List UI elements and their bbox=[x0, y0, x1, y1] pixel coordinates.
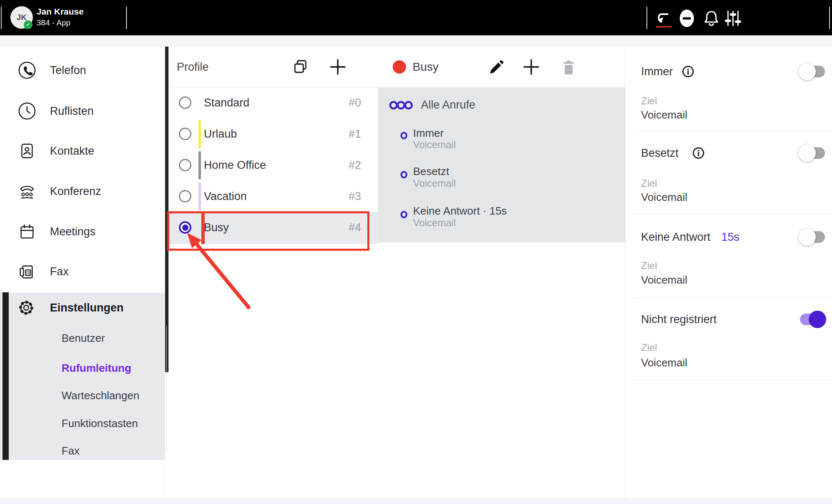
profiles-title: Profile bbox=[177, 47, 209, 87]
sidebar-item-label: Konferenz bbox=[50, 178, 101, 205]
profile-color-dot bbox=[393, 60, 406, 74]
sidebar-item-label: Ruflisten bbox=[50, 97, 94, 125]
edit-pencil-icon[interactable] bbox=[487, 58, 505, 76]
profile-name: Urlaub bbox=[204, 119, 237, 150]
gear-icon bbox=[17, 298, 36, 317]
rule-title: Keine Antwort · 15s bbox=[413, 205, 507, 217]
toggle-knob bbox=[809, 311, 826, 328]
all-calls-row[interactable]: Alle Anrufe bbox=[378, 87, 626, 122]
subitem-label: Warteschlangen bbox=[62, 388, 139, 403]
header-right-edge bbox=[829, 7, 830, 29]
toggle-nicht-registriert[interactable] bbox=[800, 314, 825, 325]
toggle-knob bbox=[798, 144, 816, 162]
info-icon[interactable] bbox=[692, 147, 705, 159]
sidebar-item-kontakte[interactable]: Kontakte bbox=[0, 137, 165, 165]
sidebar-subitem-rufumleitung[interactable]: Rufumleitung bbox=[0, 361, 165, 376]
profile-number: #0 bbox=[349, 87, 361, 119]
profile-row-standard[interactable]: Standard #0 bbox=[168, 87, 378, 119]
add-rule-icon[interactable] bbox=[522, 58, 540, 76]
section-divider bbox=[633, 214, 832, 215]
timeout-value[interactable]: 15s bbox=[721, 231, 740, 243]
toggle-knob bbox=[798, 63, 816, 80]
subitem-label: Fax bbox=[62, 443, 79, 458]
all-calls-rings-icon bbox=[389, 101, 415, 110]
profile-color-bar bbox=[198, 183, 201, 210]
rule-target: Voicemail bbox=[413, 178, 456, 189]
notifications-bell-icon[interactable] bbox=[702, 9, 721, 27]
add-profile-icon[interactable] bbox=[329, 58, 347, 76]
subitem-label: Benutzer bbox=[62, 331, 105, 346]
sidebar-subitem-benutzer[interactable]: Benutzer bbox=[0, 331, 165, 346]
radio-home-office[interactable] bbox=[179, 159, 191, 171]
sidebar-item-ruflisten[interactable]: Ruflisten bbox=[0, 97, 165, 125]
radio-standard[interactable] bbox=[179, 96, 191, 109]
subitem-label-active: Rufumleitung bbox=[62, 361, 131, 376]
profile-row-vacation[interactable]: Vacation #3 bbox=[168, 181, 378, 212]
profiles-scrollbar[interactable] bbox=[165, 47, 168, 372]
profile-row-home-office[interactable]: Home Office #2 bbox=[168, 150, 378, 181]
info-icon[interactable] bbox=[682, 65, 694, 78]
radio-vacation[interactable] bbox=[179, 190, 191, 203]
sidebar-item-telefon[interactable]: Telefon bbox=[0, 57, 165, 84]
target-value[interactable]: Voicemail bbox=[641, 274, 687, 286]
profile-name: Home Office bbox=[204, 150, 266, 181]
section-divider bbox=[633, 297, 832, 298]
target-value[interactable]: Voicemail bbox=[641, 109, 687, 121]
rule-item-besetzt[interactable]: Besetzt Voicemail bbox=[378, 163, 626, 190]
target-value[interactable]: Voicemail bbox=[641, 357, 687, 369]
all-calls-label: Alle Anrufe bbox=[421, 96, 475, 113]
rule-target: Voicemail bbox=[413, 139, 456, 151]
toggle-besetzt[interactable] bbox=[800, 147, 825, 159]
do-not-disturb-icon[interactable] bbox=[679, 8, 697, 27]
sidebar-item-meetings[interactable]: Meetings bbox=[0, 218, 165, 245]
rule-item-keine-antwort[interactable]: Keine Antwort · 15s Voicemail bbox=[378, 203, 626, 230]
sidebar-item-label: Meetings bbox=[50, 218, 96, 245]
profile-row-urlaub[interactable]: Urlaub #1 bbox=[168, 119, 378, 150]
sidebar-item-einstellungen[interactable]: Einstellungen bbox=[0, 292, 165, 323]
sidebar-subitem-warteschlangen[interactable]: Warteschlangen bbox=[0, 388, 165, 403]
profile-number: #1 bbox=[349, 119, 361, 150]
sidebar-item-konferenz[interactable]: Konferenz bbox=[0, 178, 165, 205]
header-divider bbox=[126, 7, 127, 29]
rule-title: Besetzt bbox=[413, 165, 449, 178]
target-label: Ziel bbox=[641, 342, 657, 353]
header-gap-strip bbox=[0, 35, 832, 47]
profiles-scrollbar-track bbox=[166, 326, 167, 452]
status-available-icon: ✓ bbox=[24, 20, 32, 29]
forwarding-panel: Immer Ziel Voicemail Besetzt Ziel Voicem… bbox=[626, 47, 832, 498]
toggle-immer[interactable] bbox=[800, 66, 825, 77]
profile-number: #2 bbox=[349, 150, 361, 181]
top-bar: JK ✓ Jan Krause 384 - App bbox=[0, 0, 832, 35]
target-value[interactable]: Voicemail bbox=[641, 191, 687, 203]
rule-ring-icon bbox=[400, 210, 408, 219]
rules-list: Alle Anrufe Immer Voicemail Besetzt Voic… bbox=[378, 87, 626, 242]
section-divider bbox=[633, 380, 832, 380]
copy-profile-icon[interactable] bbox=[291, 58, 310, 76]
rule-target: Voicemail bbox=[413, 217, 456, 229]
bottom-edge-strip bbox=[0, 498, 832, 504]
toggle-keine-antwort[interactable] bbox=[800, 231, 825, 243]
call-forward-icon[interactable] bbox=[654, 9, 673, 27]
conference-icon bbox=[17, 182, 37, 201]
section-title: Besetzt bbox=[641, 147, 678, 159]
radio-urlaub[interactable] bbox=[179, 128, 191, 140]
call-forward-active-underline bbox=[656, 26, 671, 27]
sidebar-item-label: Kontakte bbox=[50, 137, 94, 165]
sidebar-item-label: Einstellungen bbox=[50, 292, 124, 323]
delete-trash-icon[interactable] bbox=[560, 58, 578, 77]
sidebar-item-fax[interactable]: Fax bbox=[0, 258, 165, 285]
sidebar-subitem-fax[interactable]: Fax bbox=[0, 443, 165, 458]
user-extension: 384 - App bbox=[37, 18, 70, 27]
rules-profile-title: Busy bbox=[413, 47, 438, 87]
profile-name: Vacation bbox=[204, 181, 247, 212]
sidebar-subitem-funktionstasten[interactable]: Funktionstasten bbox=[0, 416, 165, 431]
rule-item-immer[interactable]: Immer Voicemail bbox=[378, 124, 626, 151]
call-history-clock-icon bbox=[17, 101, 37, 121]
audio-settings-sliders-icon[interactable] bbox=[724, 9, 742, 27]
profile-name: Standard bbox=[204, 87, 250, 119]
profile-rules-panel: Busy bbox=[378, 47, 626, 498]
sidebar-scroll-indicator[interactable] bbox=[2, 292, 9, 460]
section-title: Keine Antwort bbox=[641, 231, 711, 243]
calendar-icon bbox=[17, 222, 37, 241]
section-title: Nicht registriert bbox=[641, 313, 717, 326]
